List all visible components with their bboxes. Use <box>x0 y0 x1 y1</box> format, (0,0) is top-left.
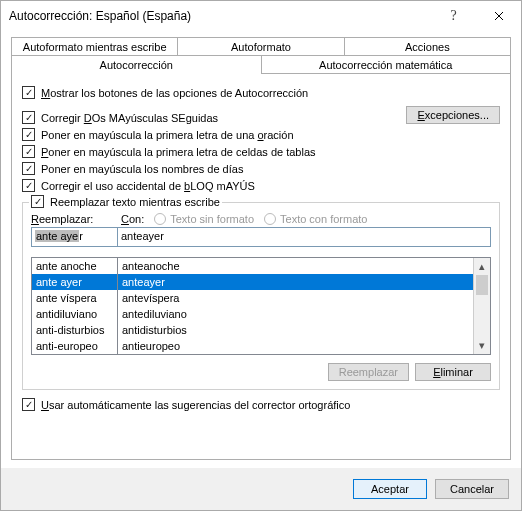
help-button[interactable]: ? <box>431 2 476 30</box>
checkbox-auto-suggest[interactable]: ✓ <box>22 398 35 411</box>
table-row[interactable]: ante vísperaantevíspera <box>32 290 473 306</box>
close-icon <box>494 11 504 21</box>
label-auto-suggest: Usar automáticamente las sugerencias del… <box>41 399 350 411</box>
checkbox-replace-typing[interactable]: ✓ <box>31 195 44 208</box>
tab-autoformat-typing[interactable]: Autoformato mientras escribe <box>11 37 178 56</box>
label-days: Poner en mayúscula los nombres de días <box>41 163 243 175</box>
label-first-cell: Poner en mayúscula la primera letra de c… <box>41 146 316 158</box>
checkbox-first-cell[interactable]: ✓ <box>22 145 35 158</box>
tab-autocorrect[interactable]: Autocorrección <box>11 55 262 74</box>
checkbox-show-buttons[interactable]: ✓ <box>22 86 35 99</box>
checkbox-capslock[interactable]: ✓ <box>22 179 35 192</box>
ok-button[interactable]: Aceptar <box>353 479 427 499</box>
table-row[interactable]: anti-disturbiosantidisturbios <box>32 322 473 338</box>
table-row[interactable]: anti-europeoantieuropeo <box>32 338 473 354</box>
tab-actions[interactable]: Acciones <box>345 37 511 56</box>
table-row[interactable]: ante ayeranteayer <box>32 274 473 290</box>
window-title: Autocorrección: Español (España) <box>9 9 431 23</box>
table-row[interactable]: ante anocheanteanoche <box>32 258 473 274</box>
label-con: Con: <box>121 213 144 225</box>
exceptions-button[interactable]: Excepciones... <box>406 106 500 124</box>
tab-math-autocorrect[interactable]: Autocorrección matemática <box>262 55 512 74</box>
tab-autoformat[interactable]: Autoformato <box>178 37 344 56</box>
checkbox-days[interactable]: ✓ <box>22 162 35 175</box>
scroll-down[interactable]: ▾ <box>474 337 490 354</box>
checkbox-first-sentence[interactable]: ✓ <box>22 128 35 141</box>
scrollbar[interactable]: ▴ ▾ <box>473 258 490 354</box>
scroll-thumb[interactable] <box>476 275 488 295</box>
scroll-up[interactable]: ▴ <box>474 258 490 275</box>
radio-formatted-text <box>264 213 276 225</box>
replace-button: Reemplazar <box>328 363 409 381</box>
radio-plain-text <box>154 213 166 225</box>
label-reemplazar: Reemplazar: <box>31 213 93 225</box>
label-formatted-text: Texto con formato <box>280 213 367 225</box>
input-reemplazar[interactable]: ante ayer <box>31 227 117 247</box>
cancel-button[interactable]: Cancelar <box>435 479 509 499</box>
delete-button[interactable]: Eliminar <box>415 363 491 381</box>
label-plain-text: Texto sin formato <box>170 213 254 225</box>
checkbox-two-caps[interactable]: ✓ <box>22 111 35 124</box>
label-two-caps: Corregir DOs MAyúsculas SEguidas <box>41 112 218 124</box>
label-show-buttons: Mostrar los botones de las opciones de A… <box>41 87 308 99</box>
label-first-sentence: Poner en mayúscula la primera letra de u… <box>41 129 294 141</box>
input-con[interactable]: anteayer <box>117 227 491 247</box>
replacement-list[interactable]: ante anocheanteanocheante ayeranteayeran… <box>32 258 473 354</box>
close-button[interactable] <box>476 2 521 30</box>
table-row[interactable]: antidiluvianoantediluviano <box>32 306 473 322</box>
label-capslock: Corregir el uso accidental de bLOQ mAYÚS <box>41 180 255 192</box>
label-replace-typing: Reemplazar texto mientras escribe <box>50 196 220 208</box>
